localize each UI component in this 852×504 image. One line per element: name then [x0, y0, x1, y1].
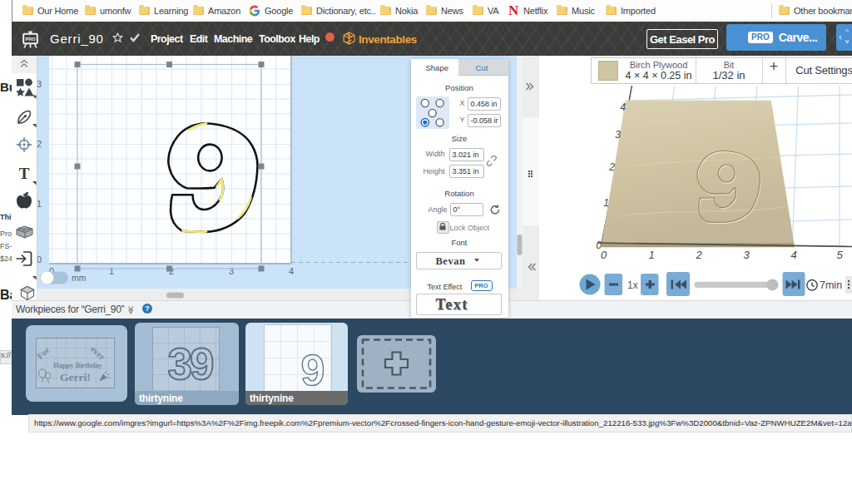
svg-text:T: T: [19, 165, 30, 182]
svg-text:3: 3: [615, 129, 621, 141]
svg-text:4: 4: [620, 101, 626, 113]
svg-text:3: 3: [229, 266, 234, 276]
svg-text:1: 1: [109, 266, 114, 276]
svg-text:PRO: PRO: [25, 37, 36, 42]
svg-text:2: 2: [608, 161, 615, 173]
svg-text:4: 4: [289, 266, 294, 276]
svg-text:0: 0: [601, 249, 607, 261]
svg-text:1: 1: [603, 197, 609, 209]
svg-text:5: 5: [836, 249, 843, 261]
svg-text:4: 4: [790, 249, 796, 261]
svg-text:1: 1: [648, 249, 654, 261]
svg-text:39: 39: [168, 339, 213, 388]
svg-text:mm: mm: [72, 273, 87, 283]
svg-text:3: 3: [743, 249, 750, 261]
svg-text:2: 2: [695, 249, 702, 261]
svg-text:9: 9: [301, 346, 325, 392]
svg-text:7min: 7min: [820, 279, 842, 291]
svg-text:1x: 1x: [627, 279, 638, 291]
